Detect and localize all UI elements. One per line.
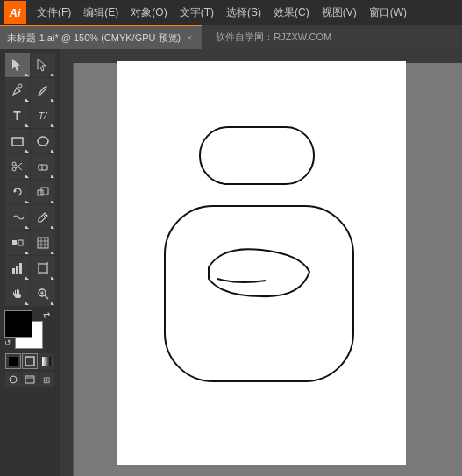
swap-colors-button[interactable]: ⇄ xyxy=(43,310,55,323)
menu-view[interactable]: 视图(V) xyxy=(316,4,362,22)
warp-tool[interactable] xyxy=(5,205,30,230)
svg-rect-36 xyxy=(25,357,34,366)
scissors-tool[interactable] xyxy=(5,154,30,179)
svg-marker-0 xyxy=(12,59,20,71)
blend-tool[interactable] xyxy=(5,231,30,255)
menu-bar: Ai 文件(F) 编辑(E) 对象(O) 文字(T) 选择(S) 效果(C) 视… xyxy=(0,0,462,25)
tab-bar: 未标题-1.ai* @ 150% (CMYK/GPU 预览) × 软件自学网：R… xyxy=(0,25,462,49)
ellipse-tool[interactable] xyxy=(31,129,55,153)
menu-effect[interactable]: 效果(C) xyxy=(268,4,315,22)
view-mode-row: ⊞ xyxy=(5,372,54,387)
normal-mode-button[interactable] xyxy=(5,372,21,387)
tool-row-8 xyxy=(5,231,55,255)
type-tool[interactable]: T xyxy=(5,103,30,128)
svg-rect-43 xyxy=(165,206,353,381)
main-area: T T/ xyxy=(0,49,462,476)
active-tab[interactable]: 未标题-1.ai* @ 150% (CMYK/GPU 预览) × xyxy=(0,25,202,49)
mesh-tool[interactable] xyxy=(31,231,55,255)
svg-rect-25 xyxy=(19,263,22,274)
svg-rect-9 xyxy=(39,165,47,170)
eraser-tool[interactable] xyxy=(31,154,55,179)
svg-rect-16 xyxy=(18,240,23,245)
ad-label: 软件自学网：RJZXW.COM xyxy=(209,25,338,49)
svg-rect-37 xyxy=(42,357,51,366)
svg-rect-23 xyxy=(12,268,15,274)
reset-colors-button[interactable]: ↺ xyxy=(4,338,17,351)
svg-point-4 xyxy=(38,137,48,146)
svg-rect-42 xyxy=(200,127,314,184)
svg-rect-24 xyxy=(16,266,18,274)
ruler-left xyxy=(60,63,74,476)
svg-point-2 xyxy=(18,84,22,88)
screen-mode-button[interactable] xyxy=(22,372,38,387)
menu-file[interactable]: 文件(F) xyxy=(32,4,76,22)
svg-rect-18 xyxy=(38,238,48,248)
svg-point-38 xyxy=(10,376,17,383)
svg-rect-15 xyxy=(12,240,17,245)
mode-row xyxy=(5,353,54,369)
svg-line-14 xyxy=(43,215,46,217)
ai-logo: Ai xyxy=(4,1,26,24)
tool-row-10 xyxy=(5,281,55,306)
tool-row-1 xyxy=(5,53,55,77)
pencil-tool[interactable] xyxy=(31,78,55,103)
eyedropper-tool[interactable] xyxy=(31,205,55,230)
zoom-tool[interactable] xyxy=(31,281,55,306)
menu-type[interactable]: 文字(T) xyxy=(174,4,219,22)
stroke-mode-button[interactable] xyxy=(22,353,38,369)
hand-tool[interactable] xyxy=(5,281,30,306)
selection-tool[interactable] xyxy=(5,53,30,77)
foreground-color-swatch[interactable] xyxy=(4,310,32,338)
drawing-svg xyxy=(117,61,406,465)
artboard-tool[interactable] xyxy=(31,256,55,281)
tool-row-9 xyxy=(5,256,55,281)
scale-tool[interactable] xyxy=(31,180,55,204)
svg-point-6 xyxy=(12,167,16,171)
svg-rect-39 xyxy=(25,376,34,383)
menu-select[interactable]: 选择(S) xyxy=(221,4,267,22)
svg-rect-3 xyxy=(12,138,23,146)
full-screen-button[interactable]: ⊞ xyxy=(39,372,54,387)
menu-window[interactable]: 窗口(W) xyxy=(364,4,412,22)
canvas-area xyxy=(60,49,462,476)
tool-row-2 xyxy=(5,78,55,103)
fill-mode-button[interactable] xyxy=(5,353,21,369)
left-toolbar: T T/ xyxy=(0,49,60,476)
white-canvas[interactable] xyxy=(117,61,406,465)
tool-row-5 xyxy=(5,154,55,179)
svg-marker-1 xyxy=(38,59,46,71)
rotate-tool[interactable] xyxy=(5,180,30,204)
tab-title: 未标题-1.ai* @ 150% (CMYK/GPU 预览) xyxy=(7,32,181,45)
rectangle-tool[interactable] xyxy=(5,129,30,153)
svg-rect-13 xyxy=(41,188,48,195)
tool-row-6 xyxy=(5,180,55,204)
tool-row-4 xyxy=(5,129,55,153)
color-section: ⇄ ↺ xyxy=(4,310,55,351)
area-type-tool[interactable]: T/ xyxy=(31,103,55,128)
tool-row-7 xyxy=(5,205,55,230)
svg-line-32 xyxy=(45,295,48,299)
menu-edit[interactable]: 编辑(E) xyxy=(78,4,124,22)
svg-point-5 xyxy=(12,162,16,166)
tab-close-button[interactable]: × xyxy=(184,32,195,43)
svg-rect-35 xyxy=(9,357,18,366)
svg-rect-26 xyxy=(39,264,47,273)
pen-tool[interactable] xyxy=(5,78,30,103)
tool-row-3: T T/ xyxy=(5,103,55,128)
graph-tool[interactable] xyxy=(5,256,30,281)
gradient-mode-button[interactable] xyxy=(39,353,54,369)
direct-select-tool[interactable] xyxy=(31,53,55,77)
menu-object[interactable]: 对象(O) xyxy=(125,4,172,22)
